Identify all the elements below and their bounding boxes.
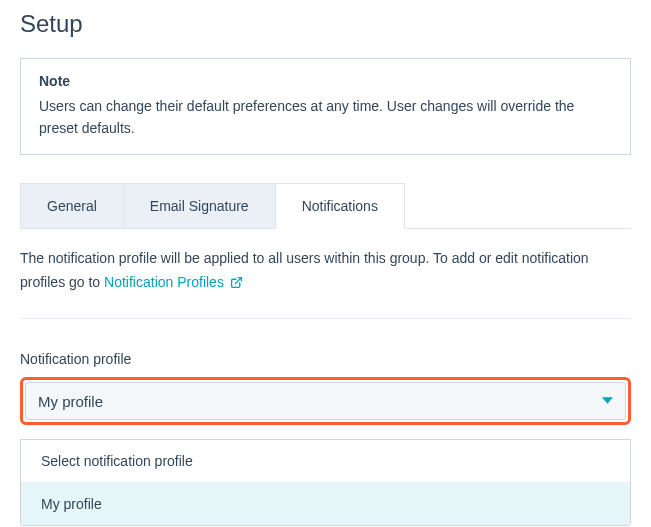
svg-line-0 [235,277,241,283]
notification-profile-select[interactable]: My profile [25,382,626,420]
notification-profile-label: Notification profile [20,351,631,367]
notification-profile-dropdown: Select notification profile My profile [20,439,631,526]
note-title: Note [39,73,612,89]
dropdown-option-my-profile[interactable]: My profile [21,483,630,525]
note-body: Users can change their default preferenc… [39,95,612,140]
tab-notifications[interactable]: Notifications [275,183,405,229]
select-highlight-annotation: My profile [20,377,631,425]
dropdown-option-placeholder[interactable]: Select notification profile [21,440,630,483]
notifications-description: The notification profile will be applied… [20,247,631,320]
select-value: My profile [38,393,103,410]
tabs-container: General Email Signature Notifications [20,183,631,229]
external-link-icon [230,273,243,297]
caret-down-icon [602,392,613,410]
notification-profiles-link[interactable]: Notification Profiles [104,274,243,290]
page-title: Setup [20,10,631,38]
note-box: Note Users can change their default pref… [20,58,631,155]
tab-general[interactable]: General [20,183,123,229]
link-text: Notification Profiles [104,274,224,290]
tab-email-signature[interactable]: Email Signature [123,183,275,229]
